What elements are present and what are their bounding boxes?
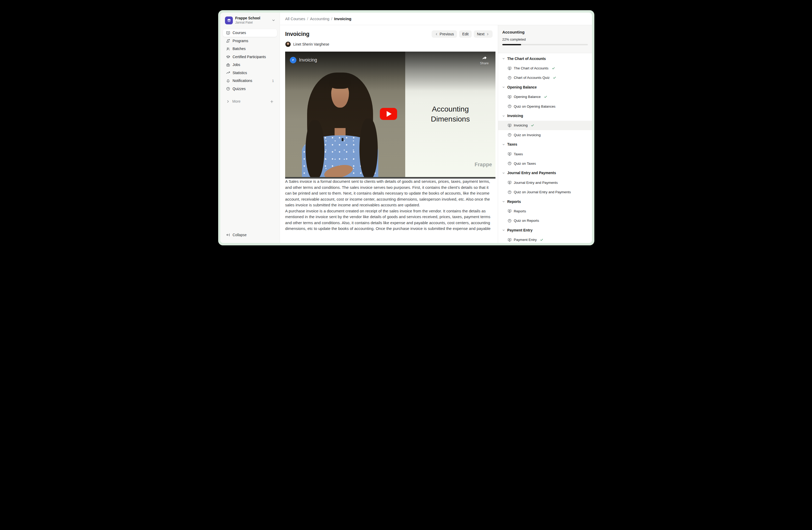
course-outline: Accounting 22% completed The Chart of Ac… [498, 25, 592, 243]
edit-button[interactable]: Edit [459, 30, 472, 38]
workspace-text: Frappe School Jannat Patel [235, 16, 260, 25]
workspace-switcher[interactable]: Frappe School Jannat Patel [220, 13, 280, 25]
outline-lesson-reports[interactable]: Reports [498, 206, 592, 216]
title-row: Invoicing Previous Edit Next [285, 30, 495, 38]
video-title[interactable]: Invoicing [299, 57, 317, 63]
video-title-row: Invoicing [290, 57, 317, 64]
book-open-icon [226, 31, 230, 35]
sidebar-item-batches[interactable]: Batches [223, 45, 277, 53]
help-circle-icon [508, 219, 512, 223]
trending-up-icon [226, 71, 230, 75]
lavalier-mic [342, 138, 344, 141]
sidebar-item-programs[interactable]: Programs [223, 37, 277, 45]
content-area: All Courses / Accounting / Invoicing Inv… [280, 13, 592, 243]
progress-bar [502, 44, 588, 45]
outline-section-payment-entry[interactable]: Payment Entry [498, 225, 592, 235]
section-title: Invoicing [507, 114, 523, 118]
lesson-main: Invoicing Previous Edit Next [280, 25, 498, 243]
sidebar-item-label: Statistics [233, 71, 247, 75]
lesson-paragraph: A purchase invoice is a document created… [285, 208, 495, 232]
chevron-right-icon [226, 99, 230, 103]
outline-lesson-quiz-on-reports[interactable]: Quiz on Reports [498, 216, 592, 225]
page-title: Invoicing [285, 31, 309, 38]
outline-section-journal-entry-and-payments[interactable]: Journal Entry and Payments [498, 168, 592, 178]
sidebar-item-certified-participants[interactable]: Certified Participants [223, 53, 277, 61]
lesson-title: Journal Entry and Payments [514, 181, 558, 185]
frappe-f-icon[interactable] [290, 57, 296, 64]
outline-lesson-quiz-on-invoicing[interactable]: Quiz on Invoicing [498, 130, 592, 140]
sidebar-item-more[interactable]: More [223, 98, 277, 106]
sidebar-item-courses[interactable]: Courses [223, 29, 277, 37]
outline-section-taxes[interactable]: Taxes [498, 140, 592, 149]
lesson-title: The Chart of Accounts [514, 66, 549, 70]
bell-icon [226, 79, 230, 83]
section-title: Reports [507, 200, 521, 204]
outline-section-reports[interactable]: Reports [498, 197, 592, 206]
frappe-watermark: Frappe [475, 162, 492, 168]
lesson-title: Quiz on Invoicing [514, 133, 541, 137]
progress-bar-fill [502, 44, 521, 45]
outline-lesson-the-chart-of-accounts[interactable]: The Chart of Accounts [498, 64, 592, 73]
course-outline-header: Accounting 22% completed [498, 25, 592, 53]
sidebar-item-notifications[interactable]: Notifications1 [223, 77, 277, 85]
next-button[interactable]: Next [474, 30, 493, 38]
outline-lesson-quiz-on-journal-entry-and-payments[interactable]: Quiz on Journal Entry and Payments [498, 187, 592, 197]
sidebar-spacer [220, 106, 280, 231]
sidebar: Frappe School Jannat Patel CoursesProgra… [220, 13, 280, 243]
sidebar-collapse-button[interactable]: Collapse [223, 231, 277, 239]
lesson-title: Reports [514, 209, 526, 213]
chevron-down-icon [502, 114, 505, 117]
sidebar-item-quizzes[interactable]: Quizzes [223, 85, 277, 93]
video-share-button[interactable]: Share [480, 55, 489, 65]
app-window: Frappe School Jannat Patel CoursesProgra… [220, 13, 592, 243]
breadcrumb-all-courses[interactable]: All Courses [285, 16, 305, 21]
outline-lesson-journal-entry-and-payments[interactable]: Journal Entry and Payments [498, 178, 592, 187]
programs-flow-icon [226, 39, 230, 43]
outline-lesson-quiz-on-taxes[interactable]: Quiz on Taxes [498, 159, 592, 168]
chevron-down-icon [502, 200, 505, 203]
user-name: Jannat Patel [235, 21, 260, 25]
help-circle-icon [508, 76, 512, 80]
plus-icon[interactable] [270, 99, 274, 104]
graduation-cap-icon [226, 55, 230, 59]
monitor-play-icon [508, 238, 512, 242]
play-icon [387, 111, 392, 117]
app-title: Frappe School [235, 16, 260, 20]
monitor-play-icon [508, 95, 512, 99]
chevron-down-icon [272, 18, 275, 22]
breadcrumb-course[interactable]: Accounting [310, 16, 329, 21]
previous-button[interactable]: Previous [432, 30, 457, 38]
lesson-title: Opening Balance [514, 95, 541, 99]
outline-lesson-opening-balance[interactable]: Opening Balance [498, 92, 592, 102]
play-button[interactable] [380, 108, 397, 120]
author-name: Linet Sherin Varghese [293, 42, 329, 46]
window-frame: Frappe School Jannat Patel CoursesProgra… [218, 10, 594, 245]
lesson-title: Taxes [514, 152, 523, 156]
chevron-down-icon [502, 171, 505, 175]
video-slide-title: Accounting Dimensions [405, 104, 495, 124]
breadcrumb-separator: / [331, 16, 332, 21]
section-title: Opening Balance [507, 85, 537, 89]
outline-lesson-taxes[interactable]: Taxes [498, 149, 592, 159]
outline-lesson-payment-entry[interactable]: Payment Entry [498, 235, 592, 243]
sidebar-item-statistics[interactable]: Statistics [223, 69, 277, 77]
video-bottom-bar [285, 177, 495, 179]
outline-lesson-invoicing[interactable]: Invoicing [498, 121, 592, 130]
check-icon [552, 67, 555, 70]
section-title: Payment Entry [507, 228, 533, 232]
content-row: Invoicing Previous Edit Next [280, 25, 592, 243]
outline-section-invoicing[interactable]: Invoicing [498, 111, 592, 121]
notification-count-badge: 1 [272, 79, 274, 83]
outline-section-opening-balance[interactable]: Opening Balance [498, 83, 592, 92]
video-player[interactable]: Accounting Dimensions Invoicing [285, 52, 495, 179]
help-circle-icon [508, 190, 512, 194]
monitor-play-icon [508, 209, 512, 213]
outline-lesson-quiz-on-opening-balances[interactable]: Quiz on Opening Balances [498, 102, 592, 111]
sidebar-item-jobs[interactable]: Jobs [223, 61, 277, 69]
briefcase-icon [226, 63, 230, 67]
lesson-title: Payment Entry [514, 238, 537, 242]
breadcrumb: All Courses / Accounting / Invoicing [280, 13, 592, 25]
outline-lesson-chart-of-accounts-quiz[interactable]: Chart of Accounts Quiz [498, 73, 592, 83]
breadcrumb-separator: / [307, 16, 308, 21]
outline-section-the-chart-of-accounts[interactable]: The Chart of Accounts [498, 54, 592, 64]
